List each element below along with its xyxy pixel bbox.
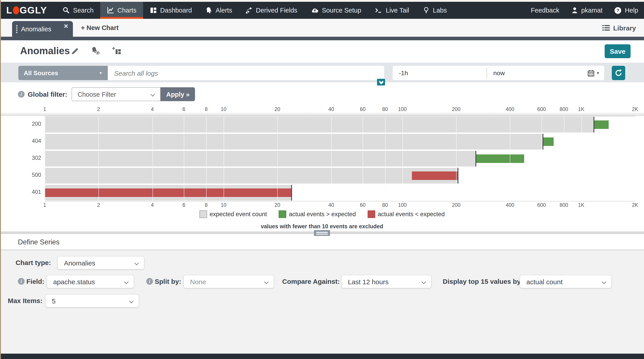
legend-label: expected event count (210, 211, 267, 218)
expected-tick (542, 134, 544, 150)
search-input[interactable] (108, 66, 384, 80)
field-select[interactable]: apache.status (46, 275, 134, 288)
nav-item-help[interactable]: ? Help (608, 7, 644, 14)
max-items-label: Max Items: (0, 294, 42, 307)
all-sources-dropdown[interactable]: All Sources ▼ (18, 66, 108, 80)
nav-label: Charts (118, 7, 136, 14)
chevron-down-icon (602, 279, 606, 284)
loggly-logo[interactable]: LGGLY (0, 2, 56, 19)
nav-item-user[interactable]: pkamat (565, 7, 608, 14)
legend-label: actual events < expected (378, 211, 444, 218)
chevron-down-icon (129, 299, 134, 303)
gridline (45, 116, 45, 201)
tick-label: 400 (506, 202, 514, 208)
tick-label: 40 (328, 107, 334, 112)
expected-bar (45, 117, 594, 133)
bell-icon (205, 7, 212, 14)
tab-anomalies[interactable]: Anomalies ✕ (12, 21, 73, 37)
gridline (510, 116, 510, 201)
nav-item-source-setup[interactable]: Source Setup (304, 2, 368, 19)
logo-orange-o (13, 6, 19, 14)
gridline (385, 116, 386, 201)
tick-label: 100 (398, 202, 406, 208)
legend-item: actual events < expected (368, 210, 444, 218)
tick-label: 80 (382, 202, 388, 208)
tab-close-icon[interactable]: ✕ (64, 23, 68, 29)
gridline (152, 116, 153, 201)
calendar-picker[interactable]: ▼ (588, 66, 604, 80)
gridline (456, 116, 456, 201)
line-chart-icon (107, 7, 114, 14)
gridline (224, 116, 224, 201)
info-icon: i (18, 278, 24, 285)
bar-row-302 (45, 151, 635, 167)
nav-item-alerts[interactable]: Alerts (198, 2, 239, 19)
help-icon: ? (614, 7, 622, 14)
global-filter-select[interactable]: Choose Filter (72, 87, 161, 101)
legend-swatch (368, 210, 375, 218)
gridline (184, 116, 184, 201)
legend-item: actual events > expected (278, 210, 356, 218)
library-button[interactable]: Library (602, 19, 636, 37)
actual-above-bar (594, 120, 608, 129)
compare-against-select[interactable]: Last 12 hours (341, 275, 432, 288)
tick-label: 10 (221, 202, 226, 208)
tick-label: 1K (578, 107, 584, 112)
expected-bar (45, 151, 476, 167)
tick-label: 1 (44, 107, 46, 112)
cloud-icon (311, 7, 319, 14)
add-to-dashboard-icon[interactable] (112, 47, 121, 55)
edit-pencil-icon[interactable] (71, 47, 79, 55)
apply-button[interactable]: Apply » (161, 87, 195, 101)
nav-item-search[interactable]: Search (56, 2, 100, 19)
calendar-dropdown-triangle: ▼ (596, 71, 600, 75)
tick-label: 40 (328, 202, 334, 208)
dropdown-triangle-icon: ▼ (99, 71, 102, 75)
max-items-select[interactable]: 5 (45, 294, 139, 307)
nav-label: Alerts (216, 7, 232, 14)
category-label: 404 (23, 133, 41, 149)
time-from-input[interactable] (393, 66, 486, 80)
tick-label: 2 (97, 202, 100, 208)
tick-label: 8 (205, 107, 208, 112)
axis-shadow (0, 112, 644, 116)
resize-drag-handle[interactable] (314, 230, 330, 236)
display-top-select[interactable]: actual count (520, 275, 612, 288)
nav-item-dashboard[interactable]: Dashboard (143, 2, 198, 19)
expected-tick (291, 185, 292, 201)
nav-label: Dashboard (160, 7, 192, 14)
tab-label: Anomalies (21, 25, 51, 33)
nav-item-charts[interactable]: Charts (100, 2, 143, 19)
tab-grip-icon[interactable] (16, 25, 18, 33)
actual-above-bar (476, 154, 524, 163)
nav-item-live-tail[interactable]: Live Tail (368, 2, 416, 19)
nav-item-feedback[interactable]: Feedback (525, 7, 565, 14)
expected-tick (476, 151, 476, 167)
library-list-icon (602, 25, 610, 31)
chart-type-select[interactable]: Anomalies (57, 256, 144, 269)
save-button[interactable]: Save (605, 44, 630, 58)
legend-swatch (199, 210, 207, 218)
page-title: Anomalies (20, 45, 70, 57)
chart-type-label: Chart type: (0, 256, 51, 269)
display-top-label: Display top 15 values by: (443, 275, 523, 288)
chevron-down-icon (134, 261, 139, 265)
actual-above-bar (543, 137, 554, 146)
category-label: 302 (23, 150, 41, 166)
tick-label: 4 (151, 202, 154, 208)
nav-item-derived-fields[interactable]: Derived Fields (239, 2, 304, 19)
new-chart-button[interactable]: + New Chart (81, 19, 118, 37)
split-by-select[interactable]: None (183, 275, 274, 288)
gridline (206, 116, 206, 201)
refresh-button[interactable] (612, 66, 625, 80)
expected-bar (45, 134, 543, 150)
chevron-down-icon (151, 92, 155, 97)
time-to-input[interactable] (487, 66, 581, 80)
legend-swatch (278, 210, 286, 218)
expand-search-button[interactable] (377, 79, 385, 86)
refresh-icon (614, 69, 622, 77)
create-alert-icon[interactable] (91, 47, 100, 56)
nav-item-labs[interactable]: Labs (416, 2, 454, 19)
compare-against-label: Compare Against: (282, 275, 340, 288)
user-icon (571, 7, 578, 14)
